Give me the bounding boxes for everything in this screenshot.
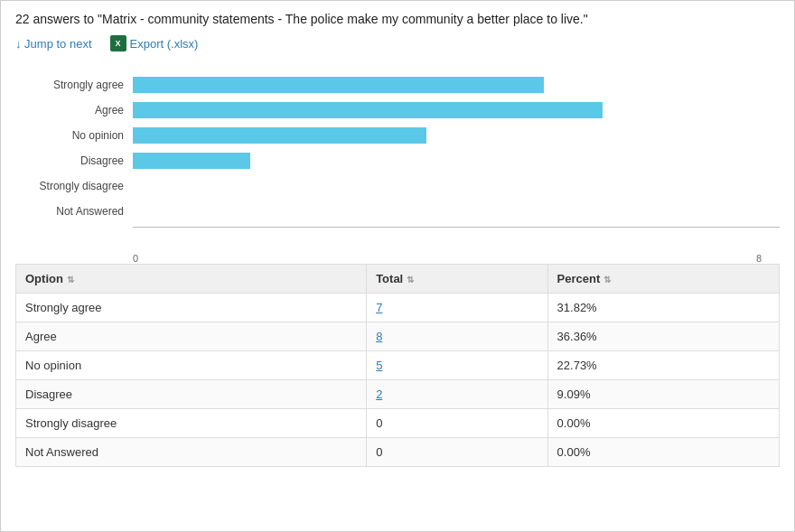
results-table: Option⇅Total⇅Percent⇅ Strongly agree731.… [15,264,780,467]
table-cell-total[interactable]: 8 [367,322,547,351]
table-row: Agree836.36% [16,322,780,351]
chart-bar-label: No opinion [15,129,133,142]
table-cell-percent: 22.73% [547,351,779,380]
chart-axis-labels: 0 8 [133,253,780,264]
chart-bar-label: Agree [15,104,133,117]
table-cell-percent: 36.36% [547,322,779,351]
table-col-total[interactable]: Total⇅ [367,265,547,294]
table-col-option[interactable]: Option⇅ [16,265,367,294]
chart-bar [133,153,250,169]
chart-bar [133,127,426,144]
excel-icon: X [110,35,126,51]
actions-bar: ↓ Jump to next X Export (.xlsx) [15,35,780,51]
table-cell-option: No opinion [16,351,367,380]
table-row: Strongly agree731.82% [16,294,780,322]
table-cell-percent: 9.09% [547,380,779,409]
chart-bar-wrapper [133,127,780,144]
chart-bar-wrapper [133,77,780,93]
chart-bar-row: Strongly agree [15,75,780,95]
bar-chart: Strongly agreeAgreeNo opinionDisagreeStr… [15,66,780,238]
chart-bar-label: Strongly agree [15,79,133,91]
table-cell-total: 0 [367,409,547,438]
table-cell-option: Agree [16,322,367,351]
axis-label-8: 8 [756,253,762,264]
table-cell-option: Not Answered [16,438,367,467]
export-xlsx-link[interactable]: X Export (.xlsx) [110,35,199,51]
table-row: No opinion522.73% [16,351,780,380]
table-row: Strongly disagree00.00% [16,409,780,438]
chart-bar-label: Disagree [15,154,133,167]
table-cell-percent: 0.00% [547,409,779,438]
table-row: Disagree29.09% [16,380,780,409]
chart-bar-wrapper [133,153,780,169]
table-cell-percent: 31.82% [547,294,779,322]
chart-bar-wrapper [133,102,780,118]
sort-icon: ⇅ [67,275,74,285]
table-cell-total[interactable]: 5 [367,351,547,380]
chart-bar [133,77,544,93]
page-title: 22 answers to "Matrix - community statem… [15,12,780,26]
table-header-row: Option⇅Total⇅Percent⇅ [16,265,780,294]
table-cell-percent: 0.00% [547,438,779,467]
chart-bar [133,102,603,118]
chart-bar-label: Not Answered [15,205,133,218]
table-cell-option: Strongly agree [16,294,367,322]
table-cell-total[interactable]: 2 [367,380,547,409]
jump-to-next-link[interactable]: ↓ Jump to next [15,37,92,51]
chart-bar-row: Strongly disagree [15,176,780,196]
chart-bar-row: Agree [15,100,780,120]
chart-bar-label: Strongly disagree [15,180,133,192]
table-row: Not Answered00.00% [16,438,780,467]
table-cell-option: Strongly disagree [16,409,367,438]
sort-icon: ⇅ [407,275,414,285]
axis-label-0: 0 [133,253,138,264]
table-col-percent[interactable]: Percent⇅ [547,265,779,294]
chart-bar-row: Disagree [15,151,780,171]
table-cell-total: 0 [367,438,547,467]
sort-icon: ⇅ [603,275,611,285]
chart-bar-row: No opinion [15,126,780,145]
chart-bar-row: Not Answered [15,201,780,221]
table-cell-total[interactable]: 7 [367,294,547,322]
table-cell-option: Disagree [16,380,367,409]
